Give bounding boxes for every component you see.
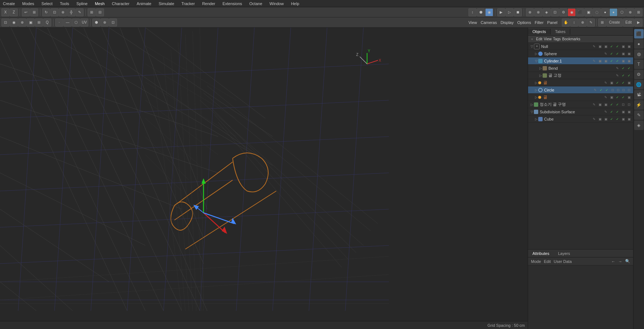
far-right-custom-btn[interactable]: ◈ bbox=[634, 121, 644, 130]
null-tag3-icon[interactable]: ▣ bbox=[621, 44, 626, 49]
toolbar-extra14-btn[interactable]: ⊞ bbox=[635, 8, 643, 16]
toolbar-extra6-btn[interactable]: ◉ bbox=[568, 8, 576, 16]
null-edit-icon[interactable]: ✎ bbox=[592, 44, 597, 49]
bend-render-icon[interactable]: ✓ bbox=[627, 66, 632, 71]
gol2-edit-icon[interactable]: ✎ bbox=[603, 95, 608, 100]
menu-render[interactable]: Render bbox=[201, 1, 217, 6]
menu-octane[interactable]: Octane bbox=[248, 1, 263, 6]
gol2-render-icon[interactable]: ✓ bbox=[621, 95, 626, 100]
viewport-pencil-btn[interactable]: ✎ bbox=[587, 19, 595, 27]
far-right-render-btn[interactable]: 📽 bbox=[634, 90, 644, 99]
tree-item-gol2[interactable]: ▷ 골 ✎ ▣ ✓ ✓ ▣ bbox=[528, 94, 633, 101]
expand-subdiv[interactable]: ▽ bbox=[530, 110, 534, 114]
gol2-visible-icon[interactable]: ✓ bbox=[615, 95, 620, 100]
tree-item-bend[interactable]: ▷ Bend ✎ ✓ ✓ bbox=[528, 65, 633, 72]
toolbar-extra5-btn[interactable]: ⚙ bbox=[559, 8, 567, 16]
viewport-zoom-btn[interactable]: ⊕ bbox=[579, 19, 587, 27]
far-right-objects-btn[interactable]: ⬛ bbox=[634, 29, 644, 38]
toolbar-extra13-btn[interactable]: ⊕ bbox=[626, 8, 634, 16]
attr-search-btn[interactable]: 🔍 bbox=[625, 259, 630, 264]
toolbar-extra12-btn[interactable]: ⬡ bbox=[618, 8, 626, 16]
menu-extensions[interactable]: Extensions bbox=[221, 1, 243, 6]
cube-tag3-icon[interactable]: ▣ bbox=[621, 117, 626, 122]
attr-edit-btn[interactable]: Edit bbox=[544, 259, 551, 264]
expand-circle[interactable]: ▷ bbox=[534, 88, 538, 92]
toolbar2-local-btn[interactable]: ⊕ bbox=[18, 19, 26, 27]
null-tag2-icon[interactable]: ▣ bbox=[603, 44, 608, 49]
menu-help[interactable]: Help bbox=[290, 1, 301, 6]
circle-visible-icon[interactable]: ✓ bbox=[599, 88, 604, 93]
viewport-hand-btn[interactable]: ✋ bbox=[562, 19, 570, 27]
menu-mesh[interactable]: Mesh bbox=[93, 1, 106, 6]
expand-gol2[interactable]: ▷ bbox=[534, 95, 538, 99]
toolbar-polypen-btn[interactable]: ✎ bbox=[76, 8, 84, 16]
gojeong-visible-icon[interactable]: ✓ bbox=[621, 73, 626, 78]
cyl-tag2-icon[interactable]: ▣ bbox=[603, 58, 608, 64]
objects-edit-label[interactable]: Edit bbox=[536, 37, 542, 41]
toolbar2-q-btn[interactable]: Q bbox=[43, 19, 51, 27]
cube-tag2-icon[interactable]: ▣ bbox=[603, 117, 608, 122]
menu-character[interactable]: Character bbox=[110, 1, 131, 6]
view-sub-display[interactable]: Display bbox=[499, 20, 515, 25]
toolbar-active-btn[interactable]: ◉ bbox=[485, 8, 493, 16]
subdiv-edit-icon[interactable]: ✎ bbox=[603, 109, 608, 114]
sphere-tag-icon[interactable]: ▣ bbox=[621, 51, 626, 56]
toolbar2-snap-btn[interactable]: ⊡ bbox=[1, 19, 9, 27]
circle-edit-icon[interactable]: ✎ bbox=[593, 88, 598, 93]
toolbar-scale-btn[interactable]: ⊡ bbox=[51, 8, 59, 16]
gol-edit-icon[interactable]: ✎ bbox=[603, 80, 608, 85]
subdiv-visible-icon[interactable]: ✓ bbox=[609, 109, 614, 114]
toolbar-move-btn[interactable]: ↕ bbox=[468, 8, 476, 16]
attr-forward-btn[interactable]: → bbox=[618, 259, 622, 264]
cleanup-tag3-icon[interactable]: ⊡ bbox=[621, 102, 626, 107]
menu-spline[interactable]: Spline bbox=[75, 1, 89, 6]
tree-item-cube[interactable]: ▷ Cube ✎ ▣ ▣ ✓ ✓ ▣ ▣ bbox=[528, 115, 633, 123]
gojeong-edit-icon[interactable]: ✎ bbox=[615, 73, 620, 78]
menu-tracker[interactable]: Tracker bbox=[180, 1, 196, 6]
toolbar-render1-btn[interactable]: ▶ bbox=[497, 8, 505, 16]
toolbar-loop-btn[interactable]: ⊞ bbox=[88, 8, 96, 16]
viewport-arrow-btn[interactable]: ▶ bbox=[635, 19, 643, 27]
toolbar-extra11-btn[interactable]: ● bbox=[609, 8, 617, 16]
attr-mode-btn[interactable]: Mode bbox=[531, 259, 541, 264]
toolbar2-extra3-btn[interactable]: ⊡ bbox=[109, 19, 117, 27]
tree-item-sphere[interactable]: ▷ Sphere ✎ ✓ ✓ ▣ ▣ bbox=[528, 50, 633, 57]
toolbar-extra7-btn[interactable]: ⬛ bbox=[576, 8, 584, 16]
toolbar2-uv-btn[interactable]: UV bbox=[80, 19, 88, 27]
view-sub-panel[interactable]: Panel bbox=[546, 20, 559, 25]
toolbar2-pt-btn[interactable]: · bbox=[55, 19, 63, 27]
toolbar-snap-btn[interactable]: ⊕ bbox=[59, 8, 67, 16]
sphere-edit-icon[interactable]: ✎ bbox=[603, 51, 608, 56]
circle-extra2-icon[interactable]: ⊡ bbox=[616, 88, 621, 93]
attr-userdata-btn[interactable]: User Data bbox=[554, 259, 572, 264]
cleanup-edit-icon[interactable]: ✎ bbox=[592, 102, 597, 107]
menu-window[interactable]: Window bbox=[268, 1, 285, 6]
objects-bookmarks-label[interactable]: Bookmarks bbox=[562, 37, 580, 41]
cyl-tag3-icon[interactable]: ▣ bbox=[621, 58, 626, 64]
expand-gol[interactable]: ▷ bbox=[534, 81, 538, 85]
toolbar-mode2-btn[interactable]: ⬢ bbox=[477, 8, 485, 16]
expand-bend[interactable]: ▷ bbox=[538, 66, 543, 70]
tree-item-cleanup[interactable]: ▷ 정소기 골 구명 ✎ ▣ ▣ ✓ ✓ ⊡ ⊡ bbox=[528, 101, 633, 108]
tab-attributes[interactable]: Attributes bbox=[528, 251, 554, 256]
circle-extra4-icon[interactable]: ⊡ bbox=[627, 88, 632, 93]
viewport-grid-btn[interactable]: ⊞ bbox=[598, 19, 606, 27]
cube-render-icon[interactable]: ✓ bbox=[615, 117, 620, 122]
tree-item-circle[interactable]: ▷ Circle ✎ ✓ ✓ ⊡ ⊡ ⊡ ⊡ bbox=[528, 86, 633, 94]
cube-tag-icon[interactable]: ▣ bbox=[597, 117, 603, 122]
toolbar-extra9-btn[interactable]: ◌ bbox=[593, 8, 601, 16]
cyl-tag4-icon[interactable]: ▣ bbox=[627, 58, 632, 64]
cleanup-visible-icon[interactable]: ✓ bbox=[609, 102, 614, 107]
null-tag4-icon[interactable]: ▣ bbox=[627, 44, 632, 49]
toolbar2-view-btn[interactable]: ▣ bbox=[27, 19, 35, 27]
toolbar2-extra2-btn[interactable]: ⊕ bbox=[101, 19, 109, 27]
expand-sphere[interactable]: ▷ bbox=[534, 52, 538, 56]
gol-render-icon[interactable]: ✓ bbox=[621, 80, 626, 85]
cleanup-render-icon[interactable]: ✓ bbox=[615, 102, 620, 107]
toolbar-x-btn[interactable]: X bbox=[1, 8, 9, 16]
gol-visible-icon[interactable]: ✓ bbox=[615, 80, 620, 85]
gol-tag2-icon[interactable]: ▣ bbox=[627, 80, 632, 85]
cube-visible-icon[interactable]: ✓ bbox=[609, 117, 614, 122]
far-right-edit-btn[interactable]: ✎ bbox=[634, 110, 644, 120]
toolbar-undo-btn[interactable]: ↩ bbox=[22, 8, 30, 16]
